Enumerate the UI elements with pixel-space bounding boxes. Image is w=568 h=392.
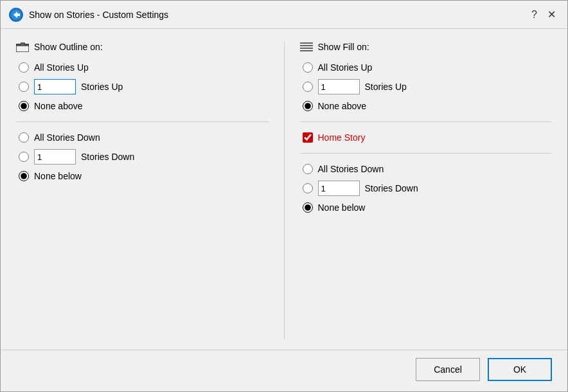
fill-stories-down-input[interactable] — [318, 181, 360, 196]
outline-section-header: Show Outline on: — [16, 42, 269, 52]
left-column: Show Outline on: All Stories Up Stories … — [16, 42, 269, 339]
fill-none-below-label: None below — [318, 202, 366, 213]
outline-header-label: Show Outline on: — [34, 42, 103, 52]
fill-all-stories-up-row: All Stories Up — [303, 62, 553, 73]
title-bar-left: Show on Stories - Custom Settings — [8, 7, 168, 22]
outline-stories-down-input[interactable] — [34, 149, 76, 165]
outline-all-stories-up-radio[interactable] — [19, 62, 29, 73]
fill-none-above-row: None above — [303, 101, 553, 111]
cancel-button[interactable]: Cancel — [416, 358, 480, 381]
outline-up-radio-group: All Stories Up Stories Up None above — [16, 62, 269, 111]
fill-none-below-radio[interactable] — [303, 202, 313, 213]
folder-icon — [16, 42, 29, 52]
fill-none-above-radio[interactable] — [303, 101, 313, 111]
fill-stories-down-row: Stories Down — [303, 181, 553, 196]
outline-stories-up-label: Stories Up — [81, 82, 123, 92]
fill-none-above-label: None above — [318, 101, 367, 111]
fill-stories-up-radio[interactable] — [303, 82, 313, 92]
outline-all-stories-down-label: All Stories Down — [34, 132, 100, 143]
close-button[interactable]: ✕ — [544, 8, 560, 21]
fill-all-stories-down-label: All Stories Down — [318, 164, 384, 174]
fill-stories-up-label: Stories Up — [365, 82, 407, 92]
home-story-row: Home Story — [300, 132, 553, 143]
home-story-label: Home Story — [318, 132, 366, 143]
outline-up-section: All Stories Up Stories Up None above — [16, 62, 269, 111]
outline-none-above-label: None above — [34, 101, 83, 111]
outline-all-stories-down-radio[interactable] — [19, 132, 29, 143]
outline-stories-down-radio[interactable] — [19, 152, 29, 162]
fill-upper-divider — [300, 121, 553, 122]
fill-none-below-row: None below — [303, 202, 553, 213]
fill-up-radio-group: All Stories Up Stories Up None above — [300, 62, 553, 111]
outline-stories-up-radio[interactable] — [19, 82, 29, 92]
outline-all-stories-up-row: All Stories Up — [19, 62, 269, 73]
outline-stories-up-row: Stories Up — [19, 79, 269, 94]
outline-none-above-radio[interactable] — [19, 101, 29, 111]
outline-stories-up-input[interactable] — [34, 79, 76, 94]
app-icon — [8, 7, 24, 22]
outline-none-below-label: None below — [34, 171, 82, 181]
fill-all-stories-down-row: All Stories Down — [303, 164, 553, 174]
fill-all-stories-up-label: All Stories Up — [318, 62, 373, 73]
outline-all-stories-down-row: All Stories Down — [19, 132, 269, 143]
title-bar-right: ? ✕ — [528, 8, 560, 21]
fill-stories-down-radio[interactable] — [303, 183, 313, 193]
outline-all-stories-up-label: All Stories Up — [34, 62, 89, 73]
title-bar: Show on Stories - Custom Settings ? ✕ — [1, 1, 567, 29]
fill-down-radio-group: All Stories Down Stories Down None below — [300, 164, 553, 213]
fill-lower-divider — [300, 153, 553, 154]
fill-down-section: All Stories Down Stories Down None below — [300, 164, 553, 339]
lines-icon — [300, 42, 313, 52]
fill-header-label: Show Fill on: — [318, 42, 369, 52]
outline-none-below-radio[interactable] — [19, 171, 29, 181]
outline-middle-divider — [16, 121, 269, 122]
fill-stories-up-row: Stories Up — [303, 79, 553, 94]
fill-stories-down-label: Stories Down — [365, 183, 418, 193]
outline-stories-down-label: Stories Down — [81, 152, 134, 162]
fill-stories-up-input[interactable] — [318, 79, 360, 94]
fill-all-stories-down-radio[interactable] — [303, 164, 313, 174]
ok-button[interactable]: OK — [488, 358, 552, 381]
dialog-window: Show on Stories - Custom Settings ? ✕ Sh… — [0, 0, 568, 392]
dialog-footer: Cancel OK — [1, 350, 567, 391]
outline-down-radio-group: All Stories Down Stories Down None below — [16, 132, 269, 181]
help-button[interactable]: ? — [528, 8, 541, 21]
outline-none-below-row: None below — [19, 171, 269, 181]
right-column: Show Fill on: All Stories Up Stories Up — [300, 42, 553, 339]
fill-up-section: All Stories Up Stories Up None above — [300, 62, 553, 111]
dialog-content: Show Outline on: All Stories Up Stories … — [1, 29, 567, 350]
columns-row: Show Outline on: All Stories Up Stories … — [16, 42, 552, 339]
home-story-checkbox[interactable] — [303, 132, 313, 143]
dialog-title: Show on Stories - Custom Settings — [29, 10, 168, 20]
outline-stories-down-row: Stories Down — [19, 149, 269, 165]
outline-down-section: All Stories Down Stories Down None below — [16, 132, 269, 339]
column-divider — [284, 42, 285, 339]
outline-none-above-row: None above — [19, 101, 269, 111]
fill-section-header: Show Fill on: — [300, 42, 553, 52]
fill-all-stories-up-radio[interactable] — [303, 62, 313, 73]
